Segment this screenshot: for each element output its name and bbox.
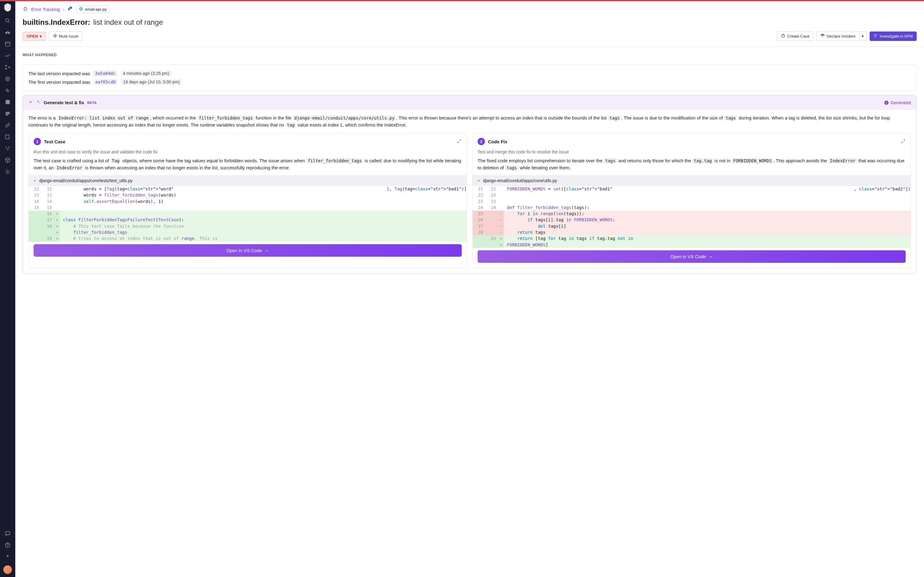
svg-point-0 [5,19,8,22]
explanation: The error is a IndexError: list index ou… [23,110,916,133]
svg-point-7 [5,65,7,67]
generate-fix-box: Generate test & fix BETA Generated The e… [23,95,917,274]
svg-point-20 [8,546,8,547]
avatar[interactable] [3,566,12,574]
sparkle-nav-icon[interactable] [5,554,11,560]
investigate-button[interactable]: Investigate in APM [869,31,917,41]
gear-icon[interactable] [5,169,11,175]
diff-line: 1313 words = filter_forbidden_tags(words… [29,192,467,198]
network-icon[interactable] [5,64,11,70]
sparkle-icon [36,100,41,105]
declare-incident-caret[interactable]: ▾ [859,31,866,41]
svg-point-8 [8,67,10,68]
dashboard-icon[interactable] [5,41,11,47]
diff-line: 19+ # tries to access an index that is o… [29,235,467,242]
last-time: 4 minutes ago (3:25 pm) [121,70,172,76]
test-file-path: django-email/conduit/apps/core/tests/tes… [39,178,133,183]
expand-icon[interactable] [901,139,906,145]
first-version-row: The first version impacted was aaf65cd0 … [28,77,911,86]
svg-point-11 [7,78,8,80]
list-icon[interactable] [5,111,11,117]
what-happened-box: The last version impacted was 3a5a84dc 4… [23,64,917,91]
exception-message: list index out of range [93,18,163,26]
svg-line-24 [26,7,27,8]
logo-icon[interactable] [3,2,13,12]
case-icon [781,34,785,39]
svg-point-36 [822,35,823,36]
mute-label: Mute Issue [59,34,79,39]
sidebar [0,0,15,577]
exception-name: builtins.IndexError: [23,18,90,26]
incident-icon [820,34,825,39]
diff-line: 2121FORBIDDEN_WORDS = set([class="str">"… [473,186,911,192]
diff-line: 17+class FilterForbiddenTagsFailureTest(… [29,217,467,223]
cube-icon[interactable] [5,157,11,163]
puzzle-icon[interactable] [5,99,11,105]
test-card-desc: The test case is crafted using a list of… [29,157,467,176]
bug-icon [23,6,28,13]
mute-button[interactable]: Mute Issue [49,31,82,41]
last-hash[interactable]: 3a5a84dc [93,70,118,76]
test-file-header[interactable]: django-email/conduit/apps/core/tests/tes… [29,176,467,186]
expand-icon[interactable] [457,139,462,145]
diff-line: 16+ [29,211,467,217]
what-happened-label: WHAT HAPPENED [23,53,917,57]
target-icon[interactable] [5,76,11,82]
diff-line: 26− if tags[i].tag in FORBIDDEN_WORDS: [473,217,911,223]
fix-card-title: Code Fix [488,139,507,144]
last-prefix: The last version impacted was [28,71,90,76]
svg-rect-5 [5,42,10,47]
fix-file-path: django-email/conduit/apps/core/utils.py [483,178,557,183]
status-label: OPEN [27,34,38,39]
chevron-right-icon: › [63,7,64,12]
breadcrumb: Error Tracking › email-api-py [15,1,924,16]
service-pill[interactable]: email-api-py [76,5,109,13]
open-vscode-test-button[interactable]: Open in VS Code → [34,244,462,257]
search-icon[interactable] [5,18,11,24]
beta-badge: BETA [87,101,97,105]
open-vscode-fix-button[interactable]: Open in VS Code → [478,250,906,263]
svg-line-27 [24,10,25,11]
status-dropdown[interactable]: OPEN ▾ [23,32,46,41]
diff-line: 2424def filter_forbidden_tags(tags): [473,205,911,211]
first-time: 19 days ago (Jul 10, 5:00 pm) [121,79,182,85]
apm-icon [874,34,878,39]
create-case-button[interactable]: Create Case [777,31,813,41]
python-icon [68,6,73,13]
help-icon[interactable] [5,542,11,548]
svg-line-23 [24,7,25,8]
svg-point-15 [5,147,6,147]
fix-card-desc: The fixed code employs list comprehensio… [473,157,911,176]
book-icon[interactable] [5,134,11,140]
svg-rect-4 [7,31,8,32]
test-case-card: 1 Test Case Run this unit test case to v… [28,133,467,268]
diff-line: 18+ # This test case fails because the f… [29,223,467,229]
step-1-badge: 1 [34,138,41,145]
last-version-row: The last version impacted was 3a5a84dc 4… [28,69,911,77]
test-card-title: Test Case [44,139,65,144]
binoculars-icon[interactable] [5,29,11,35]
declare-incident-label: Declare Incident [827,34,855,39]
link-icon[interactable] [5,122,11,128]
breadcrumb-root[interactable]: Error Tracking [31,7,60,12]
first-hash[interactable]: aaf65cd0 [93,79,118,85]
chevron-down-icon: ▾ [40,34,42,39]
generate-title: Generate test & fix [44,100,84,105]
declare-incident-button[interactable]: Declare Incident [816,31,859,41]
collapse-toggle[interactable] [28,100,33,105]
svg-line-1 [8,22,10,23]
fix-diff: 2121FORBIDDEN_WORDS = set([class="str">"… [473,186,911,248]
test-card-subtitle: Run this unit test case to verify the is… [29,150,467,157]
svg-point-17 [7,150,8,150]
flow-icon[interactable] [5,145,11,152]
generated-status: Generated [884,100,911,105]
fix-card-subtitle: Test and merge this code fix to resolve … [473,150,911,157]
diff-line: 25− for i in range(len(tags)): [473,211,911,217]
pulse-icon[interactable] [5,87,11,93]
chat-icon[interactable] [5,530,11,537]
investigate-label: Investigate in APM [880,34,913,39]
fix-file-header[interactable]: django-email/conduit/apps/core/utils.py [473,176,911,186]
step-2-badge: 2 [478,138,485,145]
chart-icon[interactable] [5,53,11,59]
svg-point-40 [884,100,888,105]
